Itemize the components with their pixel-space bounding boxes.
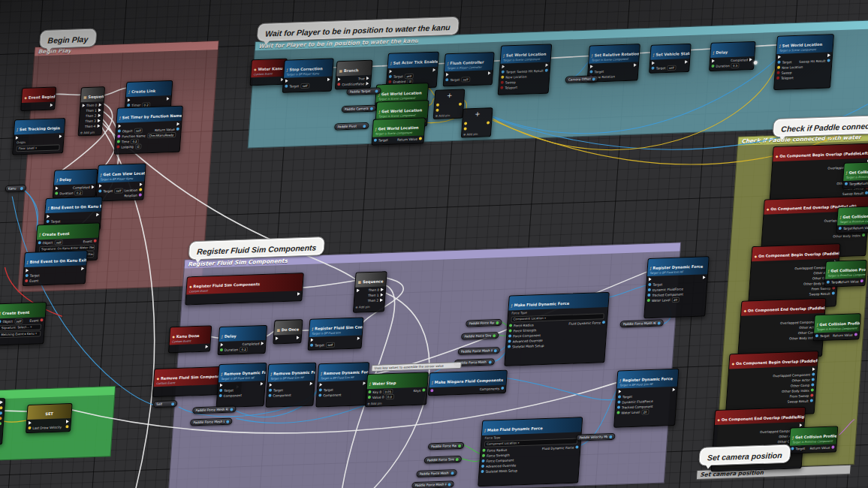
exec-pin[interactable] (363, 381, 366, 386)
pin-target[interactable]: Target (845, 181, 857, 187)
pin-value[interactable]: ☑ (135, 143, 142, 149)
pill-pin[interactable] (493, 334, 496, 337)
node-set-timer-by-function-name[interactable]: ƒSet Timer by Function NameObjectselfFun… (114, 106, 183, 155)
pin-object[interactable]: Objectself (0, 318, 29, 324)
node-flush-controller[interactable]: ƒFlush ControllerTarget is Player Contro… (443, 52, 495, 86)
variable-pill[interactable]: Paddle Force Strength (424, 456, 463, 464)
node-remove-dynamic-force-1[interactable]: ƒRemove Dynamic ForceTarget is BP Fluid … (216, 363, 267, 408)
node-event-water-kanu[interactable]: ◆Water KanuCustom Event (250, 59, 288, 86)
node-do-once[interactable]: ▦Do Once (273, 319, 303, 344)
variable-pill[interactable]: Paddle Pivot (334, 122, 369, 131)
pill-pin[interactable] (489, 360, 492, 363)
pin-sweep-result[interactable]: Sweep Result (771, 398, 813, 405)
pill-pin[interactable] (592, 77, 595, 80)
node-sequence-2[interactable]: ▦SequenceThen 0Then 1Then 2⊕ Add pin (353, 271, 387, 313)
pin-target[interactable]: Target (374, 137, 396, 143)
node-add-2[interactable]: +⊕ Add pin (461, 107, 493, 138)
exec-pin[interactable] (96, 212, 99, 217)
node-register-dynamic-force-a[interactable]: ƒRegister Dynamic ForceTarget is BP Flui… (643, 256, 710, 318)
pin-target[interactable]: Targetself (98, 188, 123, 194)
node-call-register-fluid-sim[interactable]: ƒRegister Fluid Sim ComponentsTarget is … (308, 317, 364, 350)
pill-pin[interactable] (451, 471, 454, 474)
pill-pin[interactable] (230, 408, 233, 411)
add-pin-button[interactable]: ⊕ Add pin (79, 130, 101, 135)
pin-event[interactable]: Event (25, 276, 79, 284)
node-event-kanu-done[interactable]: ◆Kanu DoneCustom Event (168, 325, 212, 353)
node-make-fluid-dynamic-force-a[interactable]: ƒMake Fluid Dynamic ForceForce TypeCompo… (504, 292, 610, 366)
pin-return-value[interactable]: Return Value (397, 136, 422, 142)
node-remove-dynamic-force-2[interactable]: ƒRemove Dynamic ForceTarget is BP Fluid … (265, 363, 316, 408)
exec-pin[interactable] (703, 275, 706, 280)
exec-pin[interactable] (205, 344, 208, 349)
exec-pin[interactable]: Then 2 (367, 297, 383, 303)
node-get-profile-a[interactable]: ƒGet Collision Profile NameTarget is Pri… (842, 161, 868, 189)
pin-data[interactable] (0, 420, 2, 426)
pill-pin[interactable] (496, 321, 499, 324)
node-set-vehicle-state[interactable]: ƒSet Vehicle StateTargetself (649, 44, 692, 74)
variable-pill[interactable]: Kanu (5, 185, 27, 192)
pin-value[interactable]: 20 (641, 409, 649, 414)
pin-target[interactable]: Target (815, 333, 832, 339)
pin-fluid-dynamic-force[interactable]: Fluid Dynamic Force (568, 320, 605, 327)
pin-target[interactable]: Target (791, 445, 809, 451)
variable-pill[interactable]: Paddle Force Mesh Right (411, 480, 454, 488)
pin-target[interactable]: Target (827, 279, 838, 285)
pin-value[interactable]: self (14, 318, 23, 324)
node-branch-1[interactable]: ▦BranchConditionTrueFalse (335, 60, 373, 90)
pin-target[interactable]: Targetself (310, 341, 355, 348)
exec-pin[interactable] (432, 68, 436, 73)
node-make-niagara-map[interactable]: ƒMake Niagara Fluid ComponentsComponents (428, 370, 508, 396)
pin-target[interactable]: Targetself (285, 82, 325, 89)
node-get-cam-view-location[interactable]: ƒGet Cam View LocationTarget is BP Playe… (95, 163, 146, 201)
pin-looping[interactable]: Looping☑ (116, 143, 152, 150)
pin-data[interactable] (459, 101, 462, 107)
variable-pill[interactable]: Paddle Force Radius (466, 319, 502, 327)
node-get-profile-f[interactable]: ƒGet Collision Profile NameTarget is Pri… (788, 426, 838, 453)
exec-pin[interactable] (357, 336, 360, 341)
node-remove-dynamic-force-3[interactable]: ƒRemove Dynamic ForceTarget is BP Fluid … (315, 362, 369, 408)
exec-pin[interactable] (487, 71, 490, 76)
node-delay-3[interactable]: ƒDelayDuration0.2Completed (218, 325, 268, 355)
pin-value[interactable]: self (326, 342, 335, 347)
exec-pin[interactable]: Then 4 (85, 123, 101, 129)
exec-pin[interactable]: Completed (73, 185, 95, 191)
node-get-profile-d[interactable]: ƒGet Collision Profile NameTarget is Pri… (812, 313, 860, 341)
pill-pin[interactable] (375, 89, 378, 92)
pill-pin[interactable] (456, 458, 459, 461)
pin-data[interactable] (487, 119, 490, 125)
pin-target[interactable]: Targetself (445, 76, 486, 83)
pill-pin[interactable] (658, 321, 661, 324)
node-create-event-2[interactable]: ƒCreate EventObjectselfEventSignature: S… (0, 302, 47, 345)
pin-duration[interactable]: Duration0.2 (220, 347, 241, 353)
pill-pin[interactable] (458, 444, 461, 447)
pin-event[interactable]: Event (29, 318, 43, 324)
node-sequence-1[interactable]: ▦SequenceThen 0Then 1Then 2Then 3Then 4⊕… (78, 86, 106, 136)
pin-value[interactable]: 20 (671, 297, 679, 302)
pill-pin[interactable] (171, 402, 174, 405)
pin-component[interactable]: Component (268, 392, 307, 399)
pin-return-value[interactable]: Return Value (857, 180, 868, 186)
add-pin-button[interactable]: ⊕ Add pin (434, 113, 463, 119)
node-set-last-draw-velocity[interactable]: SETLast Draw Velocity (26, 403, 73, 433)
exec-pin[interactable] (297, 291, 300, 297)
exec-pin[interactable] (166, 96, 169, 101)
pin-data[interactable] (430, 387, 478, 393)
pin-value-0[interactable]: Value 00.0 (368, 393, 412, 400)
add-pin-button[interactable]: ⊕ Add pin (354, 304, 384, 309)
pin-return-value[interactable]: Return Value (155, 127, 179, 133)
pill-pin[interactable] (609, 435, 612, 438)
pill-pin[interactable] (226, 420, 229, 423)
pin-sweep-hit-result[interactable]: Sweep Hit Result (517, 68, 548, 74)
node-register-dynamic-force-b[interactable]: ƒRegister Dynamic ForceTarget is BP Flui… (613, 369, 679, 428)
node-water-step[interactable]: ƒWater StepKey 00.05Value 00.0Keys⊕ Add … (365, 372, 429, 407)
node-set-world-location-right[interactable]: ƒSet World LocationTarget is Scene Compo… (773, 34, 834, 90)
variable-pill[interactable]: Paddle Force Mesh Left (416, 469, 457, 477)
pin-water-level[interactable]: Water Level20 (647, 296, 700, 303)
pin-sweep-result[interactable]: Sweep Result (793, 291, 835, 297)
variable-pill[interactable]: Camera Offset (565, 75, 598, 83)
pill-pin[interactable] (494, 349, 497, 352)
pin-value[interactable]: self (300, 83, 309, 88)
pin-fluid-dynamic-force[interactable]: Fluid Dynamic Force (542, 444, 579, 451)
pin-condition[interactable]: Condition (337, 81, 355, 87)
pin-water-level[interactable]: Water Level20 (616, 408, 669, 415)
